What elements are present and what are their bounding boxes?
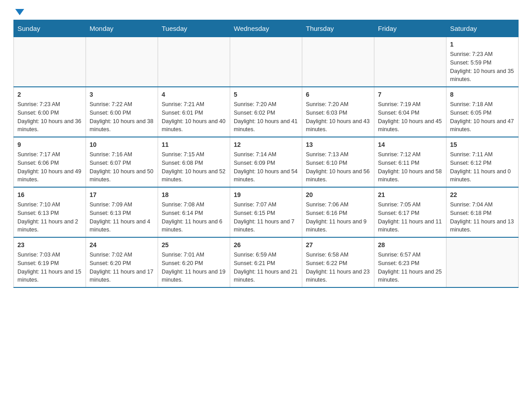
sunrise-text: Sunrise: 6:58 AM bbox=[306, 252, 348, 258]
sunrise-text: Sunrise: 7:20 AM bbox=[234, 101, 276, 107]
calendar-cell: 12Sunrise: 7:14 AMSunset: 6:09 PMDayligh… bbox=[230, 137, 302, 187]
day-number: 14 bbox=[378, 140, 442, 150]
day-number: 24 bbox=[90, 240, 154, 250]
sunset-text: Sunset: 6:12 PM bbox=[450, 160, 491, 166]
sunset-text: Sunset: 6:22 PM bbox=[306, 260, 347, 266]
calendar-cell: 14Sunrise: 7:12 AMSunset: 6:11 PMDayligh… bbox=[374, 137, 446, 187]
daylight-text: Daylight: 10 hours and 43 minutes. bbox=[306, 118, 369, 133]
day-number: 13 bbox=[306, 140, 370, 150]
sunset-text: Sunset: 6:03 PM bbox=[306, 110, 347, 116]
day-number: 8 bbox=[450, 90, 515, 99]
sunset-text: Sunset: 6:13 PM bbox=[17, 210, 59, 216]
daylight-text: Daylight: 11 hours and 11 minutes. bbox=[378, 218, 442, 233]
day-number: 11 bbox=[162, 140, 226, 150]
day-number: 3 bbox=[90, 90, 154, 99]
calendar-cell: 17Sunrise: 7:09 AMSunset: 6:13 PMDayligh… bbox=[86, 187, 158, 237]
day-number: 5 bbox=[234, 90, 298, 99]
daylight-text: Daylight: 11 hours and 6 minutes. bbox=[162, 218, 223, 233]
sunrise-text: Sunrise: 7:23 AM bbox=[17, 101, 60, 107]
sunrise-text: Sunrise: 7:09 AM bbox=[90, 201, 132, 208]
calendar-cell: 6Sunrise: 7:20 AMSunset: 6:03 PMDaylight… bbox=[302, 87, 374, 137]
daylight-text: Daylight: 10 hours and 45 minutes. bbox=[378, 118, 442, 133]
daylight-text: Daylight: 10 hours and 56 minutes. bbox=[306, 168, 369, 183]
sunrise-text: Sunrise: 6:59 AM bbox=[234, 252, 276, 258]
sunset-text: Sunset: 6:20 PM bbox=[162, 260, 203, 266]
sunset-text: Sunset: 6:23 PM bbox=[378, 260, 419, 266]
daylight-text: Daylight: 11 hours and 21 minutes. bbox=[234, 269, 297, 283]
calendar-cell: 3Sunrise: 7:22 AMSunset: 6:00 PMDaylight… bbox=[86, 87, 158, 137]
day-number: 16 bbox=[17, 190, 82, 200]
day-number: 17 bbox=[90, 190, 154, 200]
day-number: 28 bbox=[378, 240, 442, 250]
sunrise-text: Sunrise: 7:07 AM bbox=[234, 201, 276, 208]
day-number: 9 bbox=[17, 140, 82, 150]
calendar-cell: 5Sunrise: 7:20 AMSunset: 6:02 PMDaylight… bbox=[230, 87, 302, 137]
sunset-text: Sunset: 6:09 PM bbox=[234, 160, 275, 166]
sunset-text: Sunset: 6:15 PM bbox=[234, 210, 275, 216]
day-number: 21 bbox=[378, 190, 442, 200]
daylight-text: Daylight: 11 hours and 2 minutes. bbox=[17, 218, 78, 233]
day-number: 7 bbox=[378, 90, 442, 99]
sunset-text: Sunset: 6:19 PM bbox=[17, 260, 59, 266]
calendar-week-row: 9Sunrise: 7:17 AMSunset: 6:06 PMDaylight… bbox=[14, 137, 519, 187]
daylight-text: Daylight: 10 hours and 41 minutes. bbox=[234, 118, 297, 133]
calendar-week-row: 1Sunrise: 7:23 AMSunset: 5:59 PMDaylight… bbox=[14, 37, 519, 87]
sunset-text: Sunset: 6:20 PM bbox=[90, 260, 131, 266]
calendar-cell: 20Sunrise: 7:06 AMSunset: 6:16 PMDayligh… bbox=[302, 187, 374, 237]
sunset-text: Sunset: 6:00 PM bbox=[90, 110, 131, 116]
calendar-cell bbox=[158, 37, 230, 87]
daylight-text: Daylight: 11 hours and 13 minutes. bbox=[450, 218, 514, 233]
sunset-text: Sunset: 6:01 PM bbox=[162, 110, 203, 116]
calendar-cell: 19Sunrise: 7:07 AMSunset: 6:15 PMDayligh… bbox=[230, 187, 302, 237]
sunset-text: Sunset: 6:05 PM bbox=[450, 110, 491, 116]
sunrise-text: Sunrise: 7:18 AM bbox=[450, 101, 493, 107]
sunset-text: Sunset: 6:08 PM bbox=[162, 160, 203, 166]
calendar-cell: 1Sunrise: 7:23 AMSunset: 5:59 PMDaylight… bbox=[446, 37, 519, 87]
sunrise-text: Sunrise: 7:04 AM bbox=[450, 201, 493, 208]
day-number: 23 bbox=[17, 240, 82, 250]
sunrise-text: Sunrise: 7:21 AM bbox=[162, 101, 204, 107]
sunrise-text: Sunrise: 7:17 AM bbox=[17, 151, 60, 158]
calendar-cell: 23Sunrise: 7:03 AMSunset: 6:19 PMDayligh… bbox=[14, 237, 86, 287]
sunset-text: Sunset: 6:13 PM bbox=[90, 210, 131, 216]
page-header bbox=[13, 9, 519, 15]
calendar-cell: 26Sunrise: 6:59 AMSunset: 6:21 PMDayligh… bbox=[230, 237, 302, 287]
daylight-text: Daylight: 11 hours and 7 minutes. bbox=[234, 218, 295, 233]
sunset-text: Sunset: 6:21 PM bbox=[234, 260, 275, 266]
sunrise-text: Sunrise: 7:10 AM bbox=[17, 201, 60, 208]
calendar-cell bbox=[86, 37, 158, 87]
column-header-friday: Friday bbox=[374, 20, 446, 37]
column-header-saturday: Saturday bbox=[446, 20, 519, 37]
sunset-text: Sunset: 6:14 PM bbox=[162, 210, 203, 216]
calendar-cell bbox=[14, 37, 86, 87]
daylight-text: Daylight: 10 hours and 49 minutes. bbox=[17, 168, 81, 183]
sunrise-text: Sunrise: 6:57 AM bbox=[378, 252, 420, 258]
sunset-text: Sunset: 6:04 PM bbox=[378, 110, 419, 116]
sunrise-text: Sunrise: 7:12 AM bbox=[378, 151, 420, 158]
day-number: 10 bbox=[90, 140, 154, 150]
sunset-text: Sunset: 6:02 PM bbox=[234, 110, 275, 116]
sunrise-text: Sunrise: 7:19 AM bbox=[378, 101, 420, 107]
calendar-cell: 21Sunrise: 7:05 AMSunset: 6:17 PMDayligh… bbox=[374, 187, 446, 237]
logo-text bbox=[13, 9, 24, 15]
sunset-text: Sunset: 6:10 PM bbox=[306, 160, 347, 166]
day-number: 6 bbox=[306, 90, 370, 99]
sunrise-text: Sunrise: 7:11 AM bbox=[450, 151, 493, 158]
calendar-cell: 16Sunrise: 7:10 AMSunset: 6:13 PMDayligh… bbox=[14, 187, 86, 237]
calendar-cell bbox=[374, 37, 446, 87]
sunset-text: Sunset: 6:18 PM bbox=[450, 210, 491, 216]
column-header-monday: Monday bbox=[86, 20, 158, 37]
calendar-cell: 18Sunrise: 7:08 AMSunset: 6:14 PMDayligh… bbox=[158, 187, 230, 237]
sunrise-text: Sunrise: 7:16 AM bbox=[90, 151, 132, 158]
sunrise-text: Sunrise: 7:05 AM bbox=[378, 201, 420, 208]
daylight-text: Daylight: 11 hours and 15 minutes. bbox=[17, 269, 81, 283]
day-number: 26 bbox=[234, 240, 298, 250]
calendar-cell: 22Sunrise: 7:04 AMSunset: 6:18 PMDayligh… bbox=[446, 187, 519, 237]
day-number: 18 bbox=[162, 190, 226, 200]
calendar-week-row: 16Sunrise: 7:10 AMSunset: 6:13 PMDayligh… bbox=[14, 187, 519, 237]
calendar-cell: 8Sunrise: 7:18 AMSunset: 6:05 PMDaylight… bbox=[446, 87, 519, 137]
sunset-text: Sunset: 6:00 PM bbox=[17, 110, 59, 116]
sunrise-text: Sunrise: 7:14 AM bbox=[234, 151, 276, 158]
calendar-header-row: SundayMondayTuesdayWednesdayThursdayFrid… bbox=[14, 20, 519, 37]
logo-triangle-icon bbox=[15, 9, 24, 15]
